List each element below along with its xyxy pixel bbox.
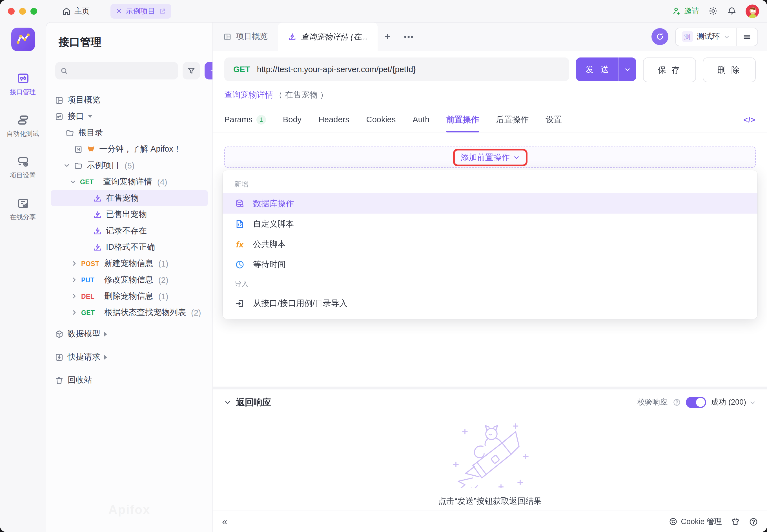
tab-pre-operations[interactable]: 前置操作 [446, 107, 479, 132]
doc-tab-project-overview[interactable]: 项目概览 [213, 23, 278, 51]
chevron-right-icon[interactable] [71, 260, 77, 267]
apifox-logo[interactable] [11, 28, 35, 51]
collapse-sidebar-icon[interactable]: « [222, 516, 227, 527]
add-button[interactable]: + [205, 62, 213, 79]
minimize-window-button[interactable] [19, 8, 26, 14]
send-button-group: 发 送 [576, 57, 636, 81]
rail-item-automated-testing[interactable]: 自动化测试 [7, 113, 39, 138]
response-status-selector[interactable]: 成功 (200) [711, 397, 756, 407]
chevron-down-icon[interactable] [64, 162, 70, 169]
close-tab-icon[interactable]: ✕ [116, 7, 122, 15]
tree-folder-sample-project[interactable]: 示例项目 (5) [46, 157, 212, 174]
automated-testing-icon [16, 113, 30, 127]
tree-case-sold-pet[interactable]: 已售出宠物 [46, 206, 212, 223]
code-view-icon[interactable]: </> [743, 115, 756, 124]
help-circle-icon[interactable] [749, 517, 758, 526]
external-link-icon[interactable] [159, 8, 166, 14]
tree-section-trash[interactable]: 回收站 [46, 372, 212, 388]
tree-api-put-update-pet[interactable]: PUT 修改宠物信息 (2) [46, 272, 212, 288]
delete-button[interactable]: 删 除 [703, 57, 756, 82]
invite-button[interactable]: 邀请 [672, 6, 699, 16]
tree-api-get-pet-detail[interactable]: GET 查询宠物详情 (4) [46, 174, 212, 190]
api-section-icon [55, 112, 64, 121]
chevron-right-icon[interactable] [71, 293, 77, 299]
environment-selector[interactable]: 测 测试环 [675, 31, 736, 42]
cube-icon [55, 329, 64, 338]
close-window-button[interactable] [8, 8, 15, 14]
search-input[interactable] [72, 66, 173, 76]
validate-response-label: 校验响应 [637, 397, 668, 407]
chevron-down-icon[interactable] [70, 179, 76, 185]
validate-response-toggle[interactable] [686, 397, 706, 408]
tree-section-data-models[interactable]: 数据模型 [46, 326, 212, 342]
tab-settings[interactable]: 设置 [546, 107, 562, 132]
module-rail: 接口管理 自动化测试 项目设置 在线分享 [0, 22, 46, 532]
tree-folder-root[interactable]: 根目录 [46, 125, 212, 141]
tab-auth[interactable]: Auth [413, 107, 429, 132]
response-section-header[interactable]: 返回响应 校验响应 成功 (200) [213, 389, 767, 415]
help-circle-icon[interactable] [673, 398, 680, 406]
new-tab-button[interactable]: + [378, 23, 397, 51]
window-controls [8, 8, 37, 14]
tree-api-del-delete-pet[interactable]: DEL 删除宠物信息 (1) [46, 288, 212, 304]
home-button[interactable]: 主页 [62, 6, 90, 16]
send-button[interactable]: 发 送 [576, 57, 618, 81]
method-label[interactable]: GET [233, 65, 250, 74]
environment-menu-button[interactable] [737, 32, 757, 41]
caret-down-icon[interactable] [88, 115, 92, 118]
user-avatar[interactable] [746, 4, 759, 18]
settings-gear-icon[interactable] [708, 6, 718, 16]
annotation-highlight-box: 添加前置操作 [453, 148, 527, 166]
zoom-window-button[interactable] [30, 8, 37, 14]
tab-headers[interactable]: Headers [318, 107, 349, 132]
chevron-right-icon[interactable] [71, 277, 77, 283]
add-pre-operation-button[interactable]: 添加前置操作 [461, 152, 519, 163]
menu-item-custom-script[interactable]: 自定义脚本 [223, 214, 757, 234]
rail-item-api-management[interactable]: 接口管理 [10, 72, 36, 96]
rail-item-project-settings[interactable]: 项目设置 [10, 155, 36, 180]
home-icon [62, 6, 71, 15]
search-box[interactable] [55, 62, 178, 79]
tab-params[interactable]: Params 1 [224, 107, 266, 132]
menu-item-wait-time[interactable]: 等待时间 [223, 254, 757, 274]
project-tab[interactable]: ✕ 示例项目 [110, 4, 171, 18]
menu-item-import-from-api[interactable]: 从接口/接口用例/目录导入 [223, 293, 757, 313]
tab-post-operations[interactable]: 后置操作 [496, 107, 529, 132]
send-dropdown-button[interactable] [618, 57, 636, 81]
tree-section-apis[interactable]: 接口 [46, 108, 212, 125]
status-bar: « Cookie 管理 [213, 511, 767, 532]
menu-item-public-script[interactable]: fx 公共脚本 [223, 234, 757, 254]
url-input[interactable]: GET http://test-cn.your-api-server.com/p… [224, 57, 569, 81]
chevron-right-icon[interactable] [71, 309, 77, 316]
cookie-manager-button[interactable]: Cookie 管理 [669, 517, 722, 527]
filter-button[interactable] [183, 62, 200, 79]
tree-api-post-create-pet[interactable]: POST 新建宠物信息 (1) [46, 255, 212, 272]
database-icon [234, 199, 245, 208]
trash-icon [55, 376, 64, 385]
url-text[interactable]: http://test-cn.your-api-server.com/pet/{… [257, 65, 416, 74]
environment-badge: 测 [682, 31, 693, 42]
save-button[interactable]: 保 存 [643, 57, 696, 82]
tree-case-bad-id-format[interactable]: ID格式不正确 [46, 239, 212, 255]
notifications-bell-icon[interactable] [727, 6, 737, 16]
cookie-icon [669, 517, 677, 526]
sync-button[interactable] [651, 28, 668, 45]
caret-right-icon[interactable] [104, 332, 107, 336]
caret-right-icon[interactable] [104, 355, 107, 359]
tab-cookies[interactable]: Cookies [366, 107, 396, 132]
tree-case-on-sale-pet[interactable]: 在售宠物 [51, 190, 208, 206]
rail-label: 接口管理 [10, 88, 36, 96]
tab-body[interactable]: Body [283, 107, 302, 132]
method-badge: DEL [81, 293, 100, 300]
tree-doc-intro[interactable]: 一分钟，了解 Apifox！ [46, 141, 212, 157]
tree-item-project-overview[interactable]: 项目概览 [46, 92, 212, 108]
rail-item-online-sharing[interactable]: 在线分享 [10, 197, 36, 221]
tab-overflow-button[interactable]: ••• [397, 23, 421, 51]
tree-case-record-not-exist[interactable]: 记录不存在 [46, 223, 212, 239]
doc-tab-get-pet-detail[interactable]: 查询宠物详情 (在... [278, 23, 378, 51]
tree-section-quick-request[interactable]: 快捷请求 [46, 349, 212, 365]
menu-item-database-operation[interactable]: 数据库操作 [223, 193, 757, 214]
breadcrumb-link[interactable]: 查询宠物详情 [224, 90, 273, 100]
theme-shirt-icon[interactable] [731, 517, 740, 526]
tree-api-get-find-pets-by-status[interactable]: GET 根据状态查找宠物列表 (2) [46, 304, 212, 321]
